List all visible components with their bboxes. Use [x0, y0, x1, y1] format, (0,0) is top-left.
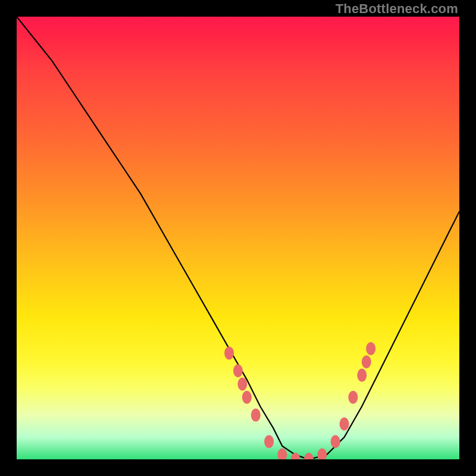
curve-marker [233, 364, 243, 377]
curve-marker [277, 449, 287, 459]
chart-frame: TheBottleneck.com [0, 0, 476, 476]
curve-marker [237, 378, 247, 391]
curve-marker [331, 435, 340, 448]
curve-marker [264, 435, 274, 448]
bottleneck-curve [17, 17, 459, 459]
curve-marker [340, 418, 349, 431]
curve-marker [366, 342, 375, 355]
curve-marker [362, 355, 371, 368]
marker-group [224, 342, 375, 459]
curve-marker [291, 453, 300, 459]
curve-marker [357, 369, 367, 382]
curve-line [17, 17, 459, 459]
watermark-text: TheBottleneck.com [336, 1, 458, 17]
curve-marker [317, 449, 327, 459]
curve-marker [348, 391, 358, 404]
curve-marker [224, 346, 234, 359]
plot-area [17, 17, 459, 459]
curve-marker [251, 409, 261, 422]
curve-marker [304, 453, 314, 459]
curve-marker [242, 391, 252, 404]
